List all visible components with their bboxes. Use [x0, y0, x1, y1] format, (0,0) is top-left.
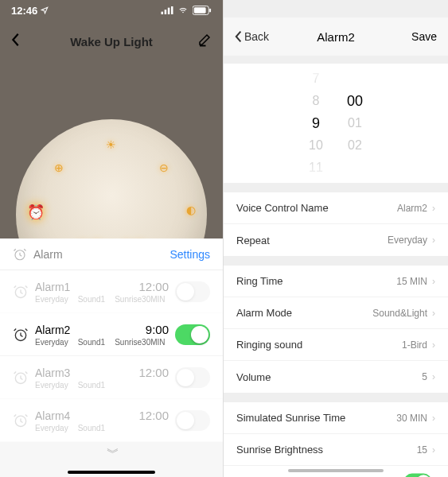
chevron-right-icon: ›	[432, 371, 435, 382]
wifi-icon	[177, 6, 189, 14]
status-bar: 12:46	[0, 0, 223, 17]
home-indicator[interactable]	[68, 471, 155, 474]
sun-icon: ☀	[106, 138, 116, 151]
cell-ring-time[interactable]: Ring Time15 MIN›	[224, 266, 448, 297]
alarm-toggle[interactable]	[175, 367, 210, 388]
svg-rect-0	[162, 12, 164, 14]
cell-alarm-mode[interactable]: Alarm ModeSound&Light›	[224, 297, 448, 329]
chevron-right-icon: ›	[432, 203, 435, 214]
alarm-row[interactable]: Alarm112:00 EverydaySound1Sunrise30MIN	[0, 270, 223, 313]
svg-rect-6	[209, 9, 211, 13]
alarm-time: 12:00	[138, 280, 169, 293]
hour-picker[interactable]: 7 8 9 10 11	[309, 68, 323, 179]
alarm-row[interactable]: Alarm312:00 EverydaySound1	[0, 356, 223, 399]
svg-rect-3	[171, 6, 173, 14]
plus-icon: ⊕	[54, 161, 64, 174]
alarm-row[interactable]: Alarm412:00 EverydaySound1	[0, 399, 223, 442]
alarm-icon: ⏰	[27, 204, 45, 221]
cell-ringing-sound[interactable]: Ringing sound1-Bird›	[224, 329, 448, 361]
time-picker[interactable]: 7 8 9 10 11 00 01 02	[224, 64, 448, 183]
hero: 12:46 Wake Up Light ☀	[0, 0, 223, 238]
alarm-icon	[13, 370, 29, 386]
svg-rect-1	[165, 10, 167, 14]
two-up-screens: 12:46 Wake Up Light ☀	[0, 0, 448, 477]
chevron-right-icon: ›	[432, 308, 435, 319]
collapse-icon[interactable]: ︾	[0, 442, 223, 462]
minute-picker[interactable]: 00 01 02	[347, 90, 363, 157]
signal-icon	[161, 6, 173, 14]
nav-bar: Back Alarm2 Save	[224, 17, 448, 56]
scroll-indicator	[288, 469, 384, 472]
cell-sunrise-time[interactable]: Simulated Sunrise Time30 MIN›	[224, 402, 448, 434]
alarm-name: Alarm4	[35, 409, 70, 422]
alarm-icon	[13, 413, 29, 429]
chevron-right-icon: ›	[432, 235, 435, 246]
cell-repeat[interactable]: RepeatEveryday›	[224, 224, 448, 256]
page-title: Wake Up Light	[0, 35, 223, 48]
cell-sunrise-brightness[interactable]: Sunrise Brightness15›	[224, 434, 448, 466]
screen-alarm-detail: Back Alarm2 Save 7 8 9 10 11 00 01 02	[224, 0, 448, 477]
alarm-row[interactable]: Alarm29:00 EverydaySound1Sunrise30MIN	[0, 313, 223, 356]
moon-icon: ◐	[186, 204, 196, 216]
settings-link[interactable]: Settings	[169, 248, 210, 261]
alarm-toggle[interactable]	[175, 410, 210, 431]
chevron-right-icon: ›	[432, 339, 435, 351]
snooze-toggle[interactable]	[403, 474, 431, 477]
alarm-list: Alarm112:00 EverydaySound1Sunrise30MIN A…	[0, 270, 223, 442]
alarm-time: 12:00	[138, 409, 169, 422]
cell-volume[interactable]: Volume5›	[224, 361, 448, 393]
alarm-name: Alarm1	[35, 281, 70, 293]
location-icon	[41, 6, 49, 14]
page-title: Alarm2	[224, 30, 448, 44]
section-label: Alarm	[33, 248, 63, 261]
chevron-right-icon: ›	[432, 276, 435, 287]
cell-voice-control-name[interactable]: Voice Control NameAlarm2›	[224, 192, 448, 224]
alarm-toggle[interactable]	[175, 324, 210, 345]
status-time: 12:46	[11, 5, 37, 17]
alarm-time: 12:00	[138, 366, 169, 379]
alarm-section-header: Alarm Settings	[0, 238, 223, 270]
screen-main: 12:46 Wake Up Light ☀	[0, 0, 224, 477]
nav-bar: Wake Up Light	[0, 25, 223, 57]
alarm-icon	[13, 327, 29, 343]
svg-rect-2	[168, 8, 170, 14]
alarm-toggle[interactable]	[175, 281, 210, 302]
battery-icon	[193, 6, 212, 15]
alarm-icon	[13, 284, 29, 300]
alarm-name: Alarm2	[35, 324, 70, 336]
alarm-name: Alarm3	[35, 366, 70, 379]
alarm-time: 9:00	[146, 323, 169, 336]
minus-icon: ⊖	[159, 161, 169, 174]
chevron-right-icon: ›	[432, 444, 435, 456]
alarm-icon	[13, 247, 27, 262]
chevron-right-icon: ›	[432, 413, 435, 424]
svg-rect-5	[194, 7, 206, 13]
settings-groups: Voice Control NameAlarm2› RepeatEveryday…	[224, 183, 448, 477]
lamp-clock: 12:46	[76, 238, 146, 238]
